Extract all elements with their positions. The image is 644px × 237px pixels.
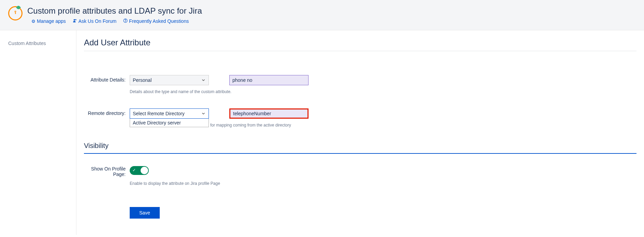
svg-rect-2: [15, 13, 16, 14]
svg-rect-1: [15, 12, 16, 14]
attribute-details-row: Attribute Details: Personal Details abou…: [84, 75, 636, 94]
link-label: Ask Us On Forum: [78, 18, 116, 24]
link-label: Manage apps: [37, 18, 66, 24]
attribute-details-label: Attribute Details:: [84, 75, 130, 83]
show-profile-label: Show On Profile Page:: [84, 166, 130, 177]
svg-point-6: [125, 21, 126, 22]
attribute-name-input[interactable]: [229, 75, 309, 85]
svg-point-3: [74, 19, 75, 20]
sidebar: Custom Attributes: [0, 30, 76, 235]
remote-directory-select[interactable]: Select Remote Directory: [130, 108, 209, 119]
remote-directory-help: for mapping coming from the active direc…: [210, 123, 309, 128]
page-title: Add User Attribute: [84, 38, 636, 51]
manage-apps-link[interactable]: ⚙ Manage apps: [31, 18, 66, 24]
gear-icon: ⚙: [31, 19, 35, 24]
check-icon: ✓: [132, 168, 136, 173]
attribute-details-help: Details about the type and name of the c…: [130, 89, 309, 94]
app-logo: [8, 6, 23, 20]
app-title: Custom profile attributes and LDAP sync …: [27, 6, 202, 16]
show-profile-row: Show On Profile Page: ✓ Enable to displa…: [84, 166, 636, 186]
attribute-type-select[interactable]: Personal: [130, 75, 209, 85]
save-button[interactable]: Save: [130, 207, 160, 219]
mapping-attribute-input[interactable]: [229, 108, 309, 119]
remote-directory-row: Remote directory: Select Remote Director…: [84, 108, 636, 128]
leaf-icon: [16, 5, 21, 10]
link-label: Frequently Asked Questions: [129, 18, 189, 24]
svg-point-4: [75, 19, 76, 20]
question-icon: [123, 18, 128, 24]
users-icon: [73, 18, 77, 24]
show-profile-help: Enable to display the attribute on Jira …: [130, 181, 220, 186]
app-header: Custom profile attributes and LDAP sync …: [0, 0, 644, 30]
header-links: ⚙ Manage apps Ask Us On Forum Frequently…: [27, 18, 202, 24]
show-profile-toggle[interactable]: ✓: [130, 166, 149, 175]
faq-link[interactable]: Frequently Asked Questions: [123, 18, 189, 24]
visibility-section-title: Visibility: [84, 142, 636, 154]
sidebar-item-custom-attributes[interactable]: Custom Attributes: [8, 41, 68, 46]
ask-forum-link[interactable]: Ask Us On Forum: [73, 18, 116, 24]
remote-directory-label: Remote directory:: [84, 108, 130, 116]
key-icon: [13, 10, 18, 16]
main-content: Add User Attribute Attribute Details: Pe…: [76, 30, 644, 235]
directory-option-active-directory[interactable]: Active Directory server: [130, 119, 209, 127]
directory-dropdown-options: Active Directory server: [130, 119, 209, 127]
toggle-knob: [141, 167, 148, 174]
